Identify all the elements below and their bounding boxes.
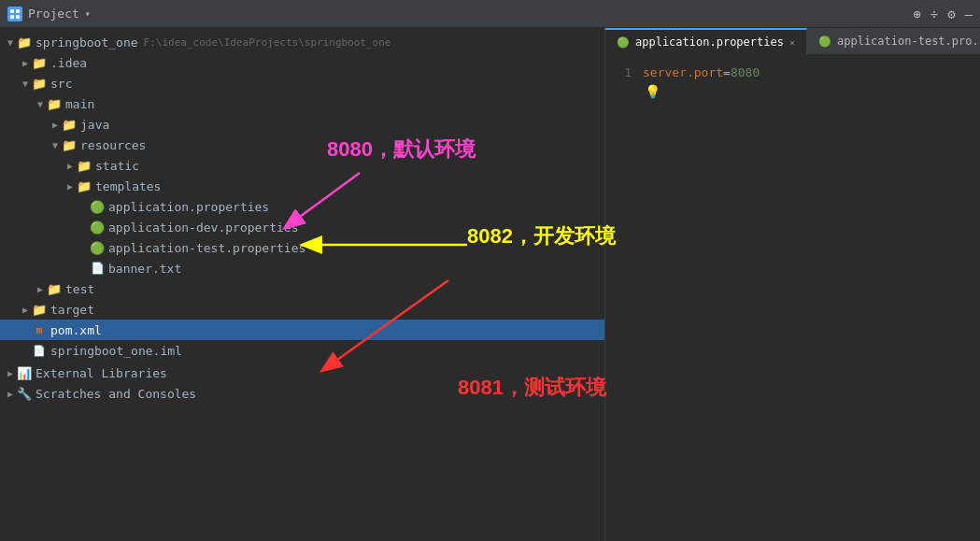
minimize-icon[interactable]: — xyxy=(965,7,973,21)
folder-icon-target: 📁 xyxy=(32,303,47,317)
main-area: 📁 springboot_one F:\idea_code\IdeaProjec… xyxy=(0,28,980,541)
label-banner: banner.txt xyxy=(108,262,181,276)
svg-rect-1 xyxy=(16,9,20,13)
label-dev-props: application-dev.properties xyxy=(108,221,299,235)
tree-item-main[interactable]: 📁 main xyxy=(0,93,604,114)
lightbulb-icon[interactable]: 💡 xyxy=(645,82,660,101)
tree-item-static[interactable]: 📁 static xyxy=(0,155,604,176)
arrow-main xyxy=(34,99,47,109)
label-static: static xyxy=(95,159,139,173)
scratch-icon-scratches: 🔧 xyxy=(17,387,32,401)
title-bar: Project ▾ ⊕ ÷ ⚙ — xyxy=(0,0,980,28)
folder-icon-static: 📁 xyxy=(77,159,92,173)
tree-item-scratches[interactable]: 🔧 Scratches and Consoles xyxy=(0,383,604,404)
arrow-scratches xyxy=(4,389,17,399)
folder-icon-idea: 📁 xyxy=(32,56,47,70)
props-icon-test: 🟢 xyxy=(90,241,105,255)
tab-icon-1: 🟢 xyxy=(617,36,630,49)
label-iml: springboot_one.iml xyxy=(50,344,182,358)
tab-application-test[interactable]: 🟢 application-test.pro... xyxy=(807,28,980,54)
folder-icon-resources: 📁 xyxy=(62,138,77,152)
props-icon-app: 🟢 xyxy=(90,200,105,214)
tree-item-src[interactable]: 📁 src xyxy=(0,73,604,93)
sidebar: 📁 springboot_one F:\idea_code\IdeaProjec… xyxy=(0,28,605,541)
tree-item-java[interactable]: 📁 java xyxy=(0,114,604,135)
project-dropdown[interactable]: ▾ xyxy=(85,8,91,19)
code-equals-1: = xyxy=(723,64,731,82)
xml-icon-pom: m xyxy=(32,324,47,336)
arrow-target xyxy=(19,305,32,315)
tree-item-external-libs[interactable]: 📊 External Libraries xyxy=(0,363,604,383)
folder-icon-root: 📁 xyxy=(17,36,32,50)
folder-icon-templates: 📁 xyxy=(77,179,92,193)
tree-item-pom[interactable]: m pom.xml xyxy=(0,320,604,340)
tree-item-dev-props[interactable]: 🟢 application-dev.properties xyxy=(0,217,604,237)
label-app-props: application.properties xyxy=(108,200,269,214)
tree-item-banner[interactable]: 📄 banner.txt xyxy=(0,258,604,278)
folder-icon-java: 📁 xyxy=(62,118,77,132)
arrow-resources xyxy=(49,140,62,150)
split-icon[interactable]: ÷ xyxy=(930,7,938,21)
tab-bar: 🟢 application.properties ✕ 🟢 application… xyxy=(605,28,980,54)
tree-item-app-props[interactable]: 🟢 application.properties xyxy=(0,196,604,217)
code-area[interactable]: server.port=8080 💡 xyxy=(643,62,980,534)
label-resources: resources xyxy=(80,138,146,152)
project-label: Project xyxy=(28,7,79,21)
svg-rect-3 xyxy=(16,15,20,19)
svg-rect-2 xyxy=(10,15,14,19)
lib-icon-external: 📊 xyxy=(17,366,32,380)
settings-icon[interactable]: ⚙ xyxy=(947,7,955,21)
code-line-lightbulb: 💡 xyxy=(643,82,980,101)
svg-rect-0 xyxy=(10,9,14,13)
label-templates: templates xyxy=(95,179,161,193)
label-external-libs: External Libraries xyxy=(36,366,167,380)
code-line-1: server.port=8080 xyxy=(643,64,980,82)
arrow-src xyxy=(19,78,32,89)
tree-item-test-props[interactable]: 🟢 application-test.properties xyxy=(0,237,604,258)
label-root: springboot_one xyxy=(36,36,138,50)
label-target: target xyxy=(50,303,94,317)
editor-content: 1 server.port=8080 💡 xyxy=(605,54,980,541)
add-icon[interactable]: ⊕ xyxy=(913,7,920,21)
arrow-templates xyxy=(64,181,77,192)
line-numbers: 1 xyxy=(605,62,643,534)
label-scratches: Scratches and Consoles xyxy=(36,387,196,401)
tree-item-iml[interactable]: 📄 springboot_one.iml xyxy=(0,340,604,361)
tab-icon-2: 🟢 xyxy=(818,36,831,48)
arrow-static xyxy=(64,161,77,171)
label-idea: .idea xyxy=(50,56,87,70)
tab-label-2: application-test.pro... xyxy=(837,35,980,48)
project-icon xyxy=(7,7,22,21)
tree-item-test[interactable]: 📁 test xyxy=(0,278,604,299)
code-key-1: server.port xyxy=(643,64,723,82)
code-val-1: 8080 xyxy=(731,64,760,82)
txt-icon-banner: 📄 xyxy=(90,262,105,275)
label-test: test xyxy=(65,282,94,296)
tab-application-properties[interactable]: 🟢 application.properties ✕ xyxy=(605,28,807,54)
tree-item-idea[interactable]: 📁 .idea xyxy=(0,52,604,73)
props-icon-dev: 🟢 xyxy=(90,221,105,235)
arrow-java xyxy=(49,120,62,130)
line-number-1: 1 xyxy=(605,64,632,82)
folder-icon-src: 📁 xyxy=(32,77,47,91)
folder-icon-test: 📁 xyxy=(47,282,62,296)
title-bar-icons: ⊕ ÷ ⚙ — xyxy=(913,7,973,21)
arrow-test xyxy=(34,284,47,294)
folder-icon-main: 📁 xyxy=(47,97,62,111)
arrow-ext-libs xyxy=(4,368,17,378)
file-tree: 📁 springboot_one F:\idea_code\IdeaProjec… xyxy=(0,28,604,541)
tab-close-1[interactable]: ✕ xyxy=(789,37,795,48)
label-test-props: application-test.properties xyxy=(108,241,305,255)
arrow-idea xyxy=(19,58,32,68)
arrow-root xyxy=(4,37,17,48)
tab-label-1: application.properties xyxy=(635,36,784,49)
label-java: java xyxy=(80,118,109,132)
tree-item-resources[interactable]: 📁 resources xyxy=(0,135,604,155)
tree-item-templates[interactable]: 📁 templates xyxy=(0,176,604,196)
label-src: src xyxy=(50,77,72,91)
tree-item-target[interactable]: 📁 target xyxy=(0,299,604,320)
editor-panel: 🟢 application.properties ✕ 🟢 application… xyxy=(605,28,980,541)
label-main: main xyxy=(65,97,94,111)
app-root: Project ▾ ⊕ ÷ ⚙ — 📁 springboot_one F:\id… xyxy=(0,0,980,541)
tree-item-root[interactable]: 📁 springboot_one F:\idea_code\IdeaProjec… xyxy=(0,32,604,52)
